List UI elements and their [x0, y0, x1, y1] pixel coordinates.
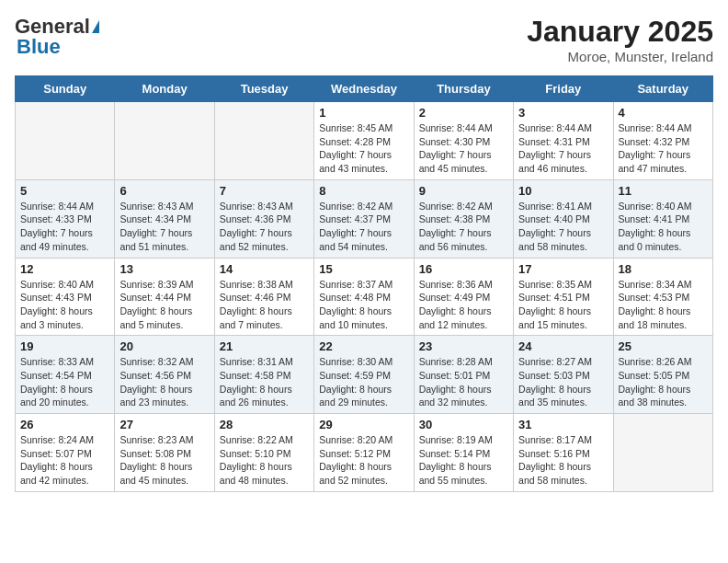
day-number: 31: [518, 418, 608, 431]
day-info: Sunrise: 8:34 AMSunset: 4:53 PMDaylight:…: [619, 278, 708, 332]
day-info: Sunrise: 8:44 AMSunset: 4:33 PMDaylight:…: [20, 200, 109, 254]
day-info: Sunrise: 8:28 AMSunset: 5:01 PMDaylight:…: [419, 355, 508, 409]
logo: General Blue: [15, 15, 99, 59]
calendar-cell: 8Sunrise: 8:42 AMSunset: 4:37 PMDaylight…: [314, 179, 414, 258]
calendar-week-row: 19Sunrise: 8:33 AMSunset: 4:54 PMDayligh…: [16, 336, 713, 414]
calendar-week-row: 1Sunrise: 8:45 AMSunset: 4:28 PMDaylight…: [16, 102, 713, 180]
day-number: 9: [419, 184, 508, 198]
title-block: January 2025 Moroe, Munster, Ireland: [527, 15, 713, 64]
day-info: Sunrise: 8:20 AMSunset: 5:12 PMDaylight:…: [319, 433, 408, 488]
day-number: 7: [220, 184, 309, 198]
calendar-cell: 21Sunrise: 8:31 AMSunset: 4:58 PMDayligh…: [214, 336, 313, 414]
day-info: Sunrise: 8:22 AMSunset: 5:10 PMDaylight:…: [220, 433, 309, 488]
weekday-header-row: Sunday Monday Tuesday Wednesday Thursday…: [16, 76, 713, 102]
header-friday: Friday: [514, 76, 613, 102]
day-number: 4: [619, 106, 708, 120]
calendar-cell: 18Sunrise: 8:34 AMSunset: 4:53 PMDayligh…: [613, 258, 712, 336]
calendar-week-row: 5Sunrise: 8:44 AMSunset: 4:33 PMDaylight…: [16, 179, 713, 258]
day-number: 29: [319, 418, 408, 431]
day-number: 2: [419, 106, 508, 120]
calendar-cell: 17Sunrise: 8:35 AMSunset: 4:51 PMDayligh…: [514, 258, 613, 336]
calendar-subtitle: Moroe, Munster, Ireland: [527, 49, 713, 64]
day-number: 14: [220, 262, 309, 276]
header-saturday: Saturday: [613, 76, 712, 102]
day-info: Sunrise: 8:44 AMSunset: 4:30 PMDaylight:…: [419, 121, 508, 176]
calendar-cell: 4Sunrise: 8:44 AMSunset: 4:32 PMDaylight…: [613, 102, 712, 180]
day-info: Sunrise: 8:42 AMSunset: 4:38 PMDaylight:…: [419, 200, 508, 254]
calendar-cell: 31Sunrise: 8:17 AMSunset: 5:16 PMDayligh…: [514, 414, 613, 492]
day-info: Sunrise: 8:40 AMSunset: 4:43 PMDaylight:…: [20, 278, 109, 332]
day-info: Sunrise: 8:17 AMSunset: 5:16 PMDaylight:…: [518, 433, 608, 488]
calendar-cell: [16, 102, 115, 180]
header-monday: Monday: [115, 76, 214, 102]
calendar-week-row: 26Sunrise: 8:24 AMSunset: 5:07 PMDayligh…: [16, 414, 713, 492]
day-number: 17: [518, 262, 608, 276]
day-number: 27: [119, 418, 209, 431]
day-info: Sunrise: 8:31 AMSunset: 4:58 PMDaylight:…: [220, 355, 309, 409]
calendar-cell: 13Sunrise: 8:39 AMSunset: 4:44 PMDayligh…: [115, 258, 214, 336]
calendar-body: 1Sunrise: 8:45 AMSunset: 4:28 PMDaylight…: [16, 102, 713, 492]
calendar-cell: 10Sunrise: 8:41 AMSunset: 4:40 PMDayligh…: [514, 179, 613, 258]
calendar-cell: 6Sunrise: 8:43 AMSunset: 4:34 PMDaylight…: [115, 179, 214, 258]
calendar-header: Sunday Monday Tuesday Wednesday Thursday…: [16, 76, 713, 102]
calendar-cell: 27Sunrise: 8:23 AMSunset: 5:08 PMDayligh…: [115, 414, 214, 492]
day-info: Sunrise: 8:44 AMSunset: 4:31 PMDaylight:…: [518, 121, 608, 176]
day-number: 23: [419, 339, 508, 353]
day-number: 1: [319, 106, 408, 120]
day-info: Sunrise: 8:44 AMSunset: 4:32 PMDaylight:…: [619, 121, 708, 176]
day-info: Sunrise: 8:32 AMSunset: 4:56 PMDaylight:…: [119, 355, 209, 409]
day-number: 22: [319, 339, 408, 353]
day-info: Sunrise: 8:26 AMSunset: 5:05 PMDaylight:…: [619, 355, 708, 409]
header-wednesday: Wednesday: [314, 76, 414, 102]
day-info: Sunrise: 8:33 AMSunset: 4:54 PMDaylight:…: [20, 355, 109, 409]
day-info: Sunrise: 8:38 AMSunset: 4:46 PMDaylight:…: [220, 278, 309, 332]
day-info: Sunrise: 8:35 AMSunset: 4:51 PMDaylight:…: [518, 278, 608, 332]
logo-triangle-icon: [92, 20, 99, 33]
calendar-cell: [115, 102, 214, 180]
day-info: Sunrise: 8:27 AMSunset: 5:03 PMDaylight:…: [518, 355, 608, 409]
day-number: 16: [419, 262, 508, 276]
calendar-cell: 12Sunrise: 8:40 AMSunset: 4:43 PMDayligh…: [16, 258, 115, 336]
calendar-cell: 15Sunrise: 8:37 AMSunset: 4:48 PMDayligh…: [314, 258, 414, 336]
calendar-cell: 22Sunrise: 8:30 AMSunset: 4:59 PMDayligh…: [314, 336, 414, 414]
calendar-title: January 2025: [527, 15, 713, 49]
day-info: Sunrise: 8:37 AMSunset: 4:48 PMDaylight:…: [319, 278, 408, 332]
day-info: Sunrise: 8:43 AMSunset: 4:34 PMDaylight:…: [119, 200, 209, 254]
calendar-cell: 20Sunrise: 8:32 AMSunset: 4:56 PMDayligh…: [115, 336, 214, 414]
day-info: Sunrise: 8:40 AMSunset: 4:41 PMDaylight:…: [619, 200, 708, 254]
page-header: General Blue January 2025 Moroe, Munster…: [15, 15, 713, 64]
day-number: 8: [319, 184, 408, 198]
day-number: 20: [119, 339, 209, 353]
calendar-cell: 28Sunrise: 8:22 AMSunset: 5:10 PMDayligh…: [214, 414, 313, 492]
day-number: 13: [119, 262, 209, 276]
day-info: Sunrise: 8:45 AMSunset: 4:28 PMDaylight:…: [319, 121, 408, 176]
day-info: Sunrise: 8:30 AMSunset: 4:59 PMDaylight:…: [319, 355, 408, 409]
day-info: Sunrise: 8:24 AMSunset: 5:07 PMDaylight:…: [20, 433, 109, 488]
day-number: 5: [20, 184, 109, 198]
day-number: 21: [220, 339, 309, 353]
day-number: 24: [518, 339, 608, 353]
day-info: Sunrise: 8:36 AMSunset: 4:49 PMDaylight:…: [419, 278, 508, 332]
day-number: 30: [419, 418, 508, 431]
day-number: 12: [20, 262, 109, 276]
day-info: Sunrise: 8:39 AMSunset: 4:44 PMDaylight:…: [119, 278, 209, 332]
calendar-cell: 11Sunrise: 8:40 AMSunset: 4:41 PMDayligh…: [613, 179, 712, 258]
calendar-cell: [214, 102, 313, 180]
calendar-cell: 26Sunrise: 8:24 AMSunset: 5:07 PMDayligh…: [16, 414, 115, 492]
calendar-cell: 7Sunrise: 8:43 AMSunset: 4:36 PMDaylight…: [214, 179, 313, 258]
calendar-cell: 9Sunrise: 8:42 AMSunset: 4:38 PMDaylight…: [414, 179, 513, 258]
calendar-cell: 5Sunrise: 8:44 AMSunset: 4:33 PMDaylight…: [16, 179, 115, 258]
day-number: 26: [20, 418, 109, 431]
day-info: Sunrise: 8:19 AMSunset: 5:14 PMDaylight:…: [419, 433, 508, 488]
day-number: 15: [319, 262, 408, 276]
calendar-cell: 19Sunrise: 8:33 AMSunset: 4:54 PMDayligh…: [16, 336, 115, 414]
calendar-cell: 29Sunrise: 8:20 AMSunset: 5:12 PMDayligh…: [314, 414, 414, 492]
day-number: 6: [119, 184, 209, 198]
day-number: 18: [619, 262, 708, 276]
calendar-cell: 16Sunrise: 8:36 AMSunset: 4:49 PMDayligh…: [414, 258, 513, 336]
day-number: 10: [518, 184, 608, 198]
calendar-cell: 30Sunrise: 8:19 AMSunset: 5:14 PMDayligh…: [414, 414, 513, 492]
header-thursday: Thursday: [414, 76, 513, 102]
header-tuesday: Tuesday: [214, 76, 313, 102]
day-number: 11: [619, 184, 708, 198]
